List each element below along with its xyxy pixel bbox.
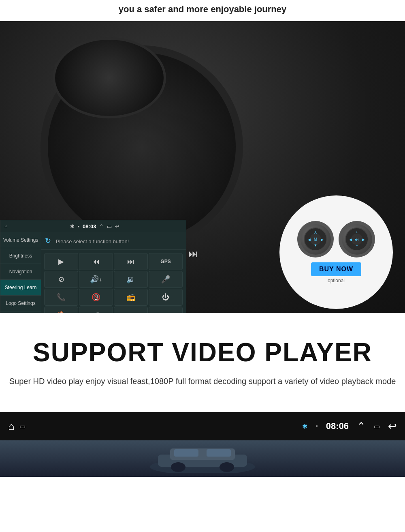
next-button[interactable]: ⏭ <box>114 253 148 270</box>
panel-content: Volume Settings Brightness Navigation St… <box>0 232 186 313</box>
page-tagline: you a safer and more enjoyable journey <box>0 0 405 21</box>
buy-now-button[interactable]: BUY NOW <box>311 262 361 276</box>
vol-down-button[interactable]: 🔉 <box>114 271 148 288</box>
section-title: SUPPORT VIDEO PLAYER <box>8 337 397 367</box>
sidebar-item-logo[interactable]: Logo Settings <box>0 296 41 311</box>
android-panel: ⌂ ✱ ▪ 08:03 ⌃ ▭ ↩ Volume Settings Bright… <box>0 220 186 313</box>
nav-right: ✱ ▪ 08:06 ⌃ ▭ ↩ <box>302 420 397 433</box>
sidebar-item-steering[interactable]: Steering Learn <box>0 280 41 296</box>
nav-signal-icon[interactable]: ▪ <box>315 423 318 430</box>
home-status-icon: ⌂ <box>4 223 8 230</box>
svg-text:A: A <box>314 230 317 234</box>
mic-button[interactable]: 🎤 <box>149 271 183 288</box>
status-bar: ⌂ ✱ ▪ 08:03 ⌃ ▭ ↩ <box>0 220 186 232</box>
settings-sidebar: Volume Settings Brightness Navigation St… <box>0 232 41 313</box>
mode-button[interactable]: MODE <box>149 307 183 313</box>
refresh-icon: ↻ <box>45 237 51 245</box>
optional-label: optional <box>328 278 345 283</box>
nav-back-icon[interactable]: ↩ <box>388 420 397 433</box>
sidebar-item-navigation[interactable]: Navigation <box>0 264 41 280</box>
gps-button[interactable]: GPS <box>149 253 183 270</box>
nav-bluetooth-icon[interactable]: ✱ <box>302 423 307 430</box>
call-button[interactable]: 📞 <box>44 289 78 306</box>
svg-text:M: M <box>314 237 317 242</box>
battery-icon: ▪ <box>78 223 80 230</box>
bottom-nav-bar: ⌂ ▭ ✱ ▪ 08:06 ⌃ ▭ ↩ <box>0 412 405 440</box>
power-button[interactable]: ⏻ <box>149 289 183 306</box>
nav-time: 08:06 <box>326 421 349 431</box>
svg-text:−: − <box>356 243 358 247</box>
button-grid: ▶ ⏮ ⏭ GPS ⊘ 🔊+ 🔉 🎤 📞 📵 📻 ⏻ 🏠 ↺ DISP MODE <box>41 250 186 313</box>
svg-text:▶: ▶ <box>321 238 324 242</box>
section-subtitle: Super HD video play enjoy visual feast,1… <box>8 375 397 388</box>
play-button[interactable]: ▶ <box>44 253 78 270</box>
left-controller-inner: M A ▼ ◀ ▶ <box>301 224 331 255</box>
nav-window-icon[interactable]: ▭ <box>374 423 380 430</box>
svg-point-18 <box>220 462 234 472</box>
svg-rect-20 <box>207 449 231 457</box>
sidebar-item-volume[interactable]: Volume Settings <box>0 232 41 248</box>
disp-button[interactable]: DISP <box>114 307 148 313</box>
svg-text:◀: ◀ <box>349 238 352 242</box>
bottom-car-preview <box>0 440 405 477</box>
right-controller-inner: ⏭ + − ◀ ▶ <box>342 224 372 255</box>
prompt-bar: ↻ Please select a function button! <box>41 232 186 250</box>
nav-left: ⌂ ▭ <box>8 420 26 433</box>
svg-point-17 <box>171 462 185 472</box>
prev-button[interactable]: ⏮ <box>79 253 113 270</box>
hangup-button[interactable]: 📵 <box>79 289 113 306</box>
bluetooth-icon: ✱ <box>70 223 75 230</box>
signal-icon: ⌃ <box>99 223 104 230</box>
hero-section: ⌂ ✱ ▪ 08:03 ⌃ ▭ ↩ Volume Settings Bright… <box>0 21 405 313</box>
svg-text:⏭: ⏭ <box>355 237 359 242</box>
sidebar-item-radio[interactable]: Radio setting <box>0 311 41 313</box>
nav-home-icon[interactable]: ⌂ <box>8 420 15 433</box>
svg-text:▼: ▼ <box>314 243 318 247</box>
main-panel: ↻ Please select a function button! ▶ ⏮ ⏭… <box>41 232 186 313</box>
section-title-area: SUPPORT VIDEO PLAYER Super HD video play… <box>0 313 405 396</box>
svg-text:◀: ◀ <box>308 238 311 242</box>
status-bar-left: ⌂ <box>4 223 8 230</box>
status-bar-center: ✱ ▪ 08:03 ⌃ ▭ ↩ <box>70 223 120 230</box>
time-display: 08:03 <box>83 223 96 230</box>
nav-screen-icon[interactable]: ▭ <box>19 423 26 430</box>
back-icon: ↩ <box>115 223 119 230</box>
home-button[interactable]: 🏠 <box>44 307 78 313</box>
sidebar-item-brightness[interactable]: Brightness <box>0 248 41 264</box>
back-button[interactable]: ↺ <box>79 307 113 313</box>
vol-up-button[interactable]: 🔊+ <box>79 271 113 288</box>
buy-now-area: M A ▼ ◀ ▶ ⏭ + − ◀ <box>279 195 393 309</box>
mute-button[interactable]: ⊘ <box>44 271 78 288</box>
right-controller: ⏭ + − ◀ ▶ <box>339 221 375 257</box>
svg-rect-19 <box>174 449 198 457</box>
screen-icon: ▭ <box>107 223 112 230</box>
nav-arrow-up-icon[interactable]: ⌃ <box>357 420 366 433</box>
left-controller-svg: M A ▼ ◀ ▶ <box>303 227 328 251</box>
car-preview-svg <box>142 444 263 473</box>
left-controller: M A ▼ ◀ ▶ <box>297 221 334 257</box>
right-controller-svg: ⏭ + − ◀ ▶ <box>345 227 369 251</box>
prompt-text: Please select a function button! <box>56 238 129 245</box>
controllers-display: M A ▼ ◀ ▶ ⏭ + − ◀ <box>297 221 375 257</box>
gauge-image <box>53 37 166 118</box>
skip-button[interactable]: ⏭ <box>188 248 198 260</box>
svg-text:+: + <box>356 230 358 234</box>
radio-button[interactable]: 📻 <box>114 289 148 306</box>
svg-text:▶: ▶ <box>362 238 365 242</box>
